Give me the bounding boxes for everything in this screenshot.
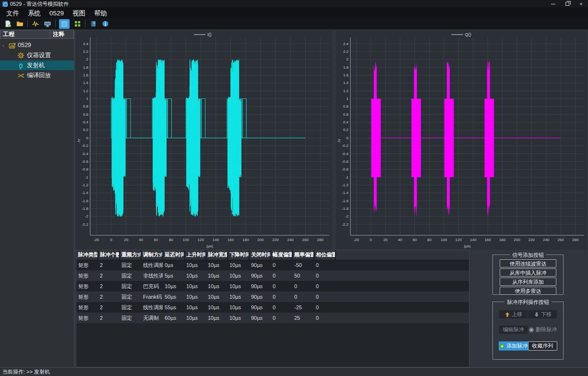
table-cell[interactable]: 50µs	[163, 291, 184, 302]
table-cell[interactable]: 2	[98, 281, 120, 291]
table-cell[interactable]: 10µs	[163, 281, 184, 291]
table-row[interactable]: 矩形2固定Frank码50µs10µs10µs10µs90µs000	[76, 291, 469, 302]
save-sequence-button[interactable]: 收藏序列	[528, 341, 557, 351]
table-cell[interactable]: 0	[271, 281, 292, 291]
table-cell[interactable]: 10µs	[184, 313, 206, 323]
column-header[interactable]: 延迟时间	[163, 250, 184, 260]
table-cell[interactable]: 10µs	[228, 270, 249, 281]
column-header[interactable]: 上升时间	[184, 250, 206, 260]
table-cell[interactable]: 10µs	[228, 281, 249, 291]
table-row[interactable]: 矩形2固定线性调频55µs10µs10µs10µs90µs0-250	[76, 302, 469, 313]
table-cell[interactable]: 10µs	[184, 270, 206, 281]
menu-system[interactable]: 系统	[24, 8, 45, 18]
table-cell[interactable]: 10µs	[228, 260, 249, 270]
table-cell[interactable]: 0	[271, 291, 292, 302]
waveform-button[interactable]	[31, 20, 40, 28]
table-cell[interactable]: 55µs	[163, 302, 184, 313]
table-cell[interactable]: 2	[98, 313, 120, 323]
menu-project[interactable]: 0529	[45, 8, 68, 18]
table-row[interactable]: 矩形2固定非线性调频5µs10µs10µs10µs90µs0500	[76, 270, 469, 281]
table-cell[interactable]: 90µs	[249, 291, 271, 302]
table-cell[interactable]: 0	[292, 291, 314, 302]
table-cell[interactable]: 0µs	[163, 260, 184, 270]
table-cell[interactable]: 0	[271, 270, 292, 281]
notebook-button[interactable]	[89, 20, 97, 28]
pulse-list-button[interactable]	[59, 19, 70, 29]
column-header[interactable]: 调制方式	[141, 250, 163, 260]
table-cell[interactable]: 0	[314, 270, 336, 281]
table-cell[interactable]: 线性调频	[141, 302, 163, 313]
table-cell[interactable]: 0	[314, 302, 336, 313]
table-cell[interactable]: 0	[271, 313, 292, 323]
tree-item-compile-replay[interactable]: 编译回放	[0, 71, 74, 80]
restore-button[interactable]	[560, 0, 574, 8]
table-cell[interactable]: 90µs	[249, 313, 271, 323]
column-header[interactable]: 下降时间	[228, 250, 249, 260]
table-cell[interactable]: 10µs	[228, 302, 249, 313]
table-cell[interactable]: 0	[271, 260, 292, 270]
table-cell[interactable]: 10µs	[228, 291, 249, 302]
table-cell[interactable]: 10µs	[184, 281, 206, 291]
table-cell[interactable]: 10µs	[184, 291, 206, 302]
table-cell[interactable]: 2	[98, 270, 120, 281]
table-cell[interactable]: 固定	[120, 313, 141, 323]
table-cell[interactable]: 10µs	[206, 281, 228, 291]
table-cell[interactable]: 2	[98, 291, 120, 302]
use-cw-radar-button[interactable]: 使用连续波雷达	[500, 259, 556, 267]
table-cell[interactable]: 固定	[120, 302, 141, 313]
table-cell[interactable]: 固定	[120, 291, 141, 302]
table-cell[interactable]: 5µs	[163, 270, 184, 281]
column-header[interactable]: 相位偏置	[314, 250, 336, 260]
tree-item-transmitter[interactable]: 发射机	[0, 61, 74, 70]
edit-pulse-button[interactable]: 编辑脉冲	[499, 325, 528, 334]
table-row[interactable]: 矩形2固定线性调频0µs10µs10µs10µs90µs0-500	[76, 260, 469, 270]
table-cell[interactable]: 25	[292, 313, 314, 323]
menu-file[interactable]: 文件	[2, 8, 24, 18]
table-cell[interactable]: 固定	[120, 260, 141, 270]
table-cell[interactable]: Frank码	[141, 291, 163, 302]
move-up-button[interactable]: 上移	[499, 310, 528, 319]
tree-item-instrument-settings[interactable]: 仪器设置	[0, 50, 74, 60]
table-cell[interactable]: 10µs	[206, 313, 228, 323]
tree-node-root[interactable]: - 0529	[0, 40, 74, 50]
collapse-icon[interactable]: -	[2, 42, 7, 48]
table-cell[interactable]: 矩形	[76, 302, 98, 313]
table-cell[interactable]: 巴克码	[141, 281, 163, 291]
menu-view[interactable]: 视图	[68, 8, 90, 18]
info-button[interactable]	[101, 20, 109, 28]
column-header[interactable]: 脉冲个数	[98, 250, 120, 260]
menu-help[interactable]: 帮助	[90, 8, 111, 18]
table-cell[interactable]: 90µs	[249, 260, 271, 270]
table-row[interactable]: 矩形2固定无调制60µs10µs10µs10µs90µs0250	[76, 313, 469, 323]
table-cell[interactable]: 0	[314, 260, 336, 270]
table-cell[interactable]: 矩形	[76, 313, 98, 323]
table-cell[interactable]: 0	[292, 281, 314, 291]
table-cell[interactable]: 2	[98, 302, 120, 313]
table-cell[interactable]: 90µs	[249, 270, 271, 281]
table-cell[interactable]: 10µs	[228, 313, 249, 323]
column-header[interactable]: 关闭时间	[249, 250, 271, 260]
table-cell[interactable]: 10µs	[206, 270, 228, 281]
table-cell[interactable]: 90µs	[249, 281, 271, 291]
table-cell[interactable]: 矩形	[76, 291, 98, 302]
screen-button[interactable]	[43, 20, 52, 28]
table-cell[interactable]: 矩形	[76, 281, 98, 291]
close-button[interactable]: ×	[574, 0, 588, 8]
table-cell[interactable]: -50	[292, 260, 314, 270]
table-cell[interactable]: 固定	[120, 281, 141, 291]
column-header[interactable]: 脉冲宽度	[206, 250, 228, 260]
table-cell[interactable]: 10µs	[206, 302, 228, 313]
use-multi-radar-button[interactable]: 使用多雷达	[500, 287, 556, 295]
dots-grid-button[interactable]	[73, 20, 82, 28]
table-row[interactable]: 矩形2固定巴克码10µs10µs10µs10µs90µs000	[76, 281, 469, 291]
minimize-button[interactable]	[546, 0, 560, 8]
delete-pulse-button[interactable]: 删除脉冲	[528, 325, 557, 334]
tab-project[interactable]: 工程	[0, 30, 50, 38]
table-cell[interactable]: 0	[271, 302, 292, 313]
table-cell[interactable]: 0	[314, 291, 336, 302]
table-cell[interactable]: 0	[314, 313, 336, 323]
column-header[interactable]: 重频方式	[120, 250, 141, 260]
table-cell[interactable]: 2	[98, 260, 120, 270]
tab-comment[interactable]: 注释	[50, 30, 73, 38]
column-header[interactable]: 脉冲类型	[76, 250, 98, 260]
